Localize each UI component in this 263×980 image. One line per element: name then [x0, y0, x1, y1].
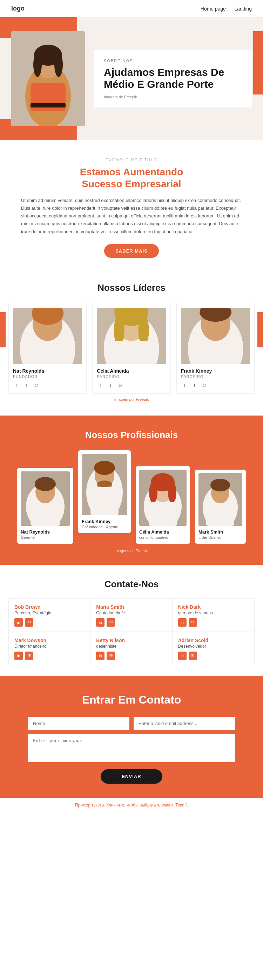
form-name-email-row	[28, 717, 235, 730]
linkedin-icon[interactable]: in	[14, 618, 23, 627]
message-textarea[interactable]	[28, 734, 235, 762]
contact-socials-1: in ✉	[96, 618, 166, 627]
svg-point-48	[211, 479, 230, 492]
instagram-icon[interactable]: ◎	[201, 382, 208, 389]
instagram-icon[interactable]: ◎	[116, 382, 124, 389]
contact-name-2: Nick Dark	[178, 604, 249, 610]
contact-card-0: Bob Brown Parceiro, Estratégia in ✉	[9, 598, 90, 632]
instagram-icon[interactable]: ◎	[33, 382, 40, 389]
contact-socials-2: in ✉	[178, 618, 249, 627]
pro-card-3: Mark Smith Líder Criativo	[195, 469, 246, 544]
hero-section: SOBRE NÓS Ajudamos Empresas De Médio E G…	[0, 17, 263, 140]
twitter-icon[interactable]: t	[23, 382, 30, 389]
pro-role-2: consultor criativo	[139, 535, 187, 539]
svg-rect-14	[26, 341, 69, 364]
contact-card-3: Mark Dowson Diretor financeiro in ✉	[9, 632, 90, 665]
section2-label: EXEMPLO DE TITULO	[21, 158, 242, 162]
saber-mais-button[interactable]: SABER MAIS	[104, 244, 159, 258]
section2-desc: Ut enim ad minim veniam, quis nostrud ex…	[0, 197, 263, 244]
leader-card-0: Nat Reynolds FUNDADOR f t ◎	[8, 302, 87, 394]
contact-card-1: Maria Smith Contador chefe in ✉	[90, 598, 172, 632]
nav-landing[interactable]: Landing	[234, 6, 252, 11]
leader-photo-0	[13, 308, 82, 364]
contact-form-title: Entrar Em Contato	[28, 694, 235, 706]
success-section: EXEMPLO DE TITULO Estamos Aumentando Suc…	[0, 140, 263, 258]
linkedin-icon[interactable]: in	[96, 618, 105, 627]
leader-socials-2: f t ◎	[181, 382, 250, 389]
submit-button[interactable]: ENVIAR	[101, 769, 162, 784]
pro-role-0: Gerente	[21, 535, 70, 539]
email-input[interactable]	[134, 717, 235, 730]
contact-name-0: Bob Brown	[14, 604, 84, 610]
contact-list-section: Contate-Nos Bob Brown Parceiro, Estratég…	[0, 565, 263, 676]
email-icon[interactable]: ✉	[189, 652, 197, 660]
pro-card-0: Nat Reynolds Gerente	[17, 468, 73, 544]
email-icon[interactable]: ✉	[25, 652, 33, 660]
linkedin-icon[interactable]: in	[14, 652, 23, 660]
leader-card-2: Frank Kinney PARCEIRO f t ◎	[176, 302, 255, 394]
svg-rect-44	[149, 502, 177, 526]
facebook-icon[interactable]: f	[97, 382, 105, 389]
twitter-icon[interactable]: t	[106, 382, 114, 389]
pro-card-1: Frank Kinney Cofundador + Agente	[78, 450, 131, 533]
leaders-grid: Nat Reynolds FUNDADOR f t ◎	[8, 302, 255, 394]
leader-name-1: Célia Almeida	[97, 368, 166, 374]
svg-point-4	[33, 52, 42, 77]
contact-role-1: Contador chefe	[96, 611, 166, 616]
hero-person-photo	[11, 31, 85, 126]
contact-name-3: Mark Dowson	[14, 638, 84, 643]
svg-point-42	[149, 482, 157, 503]
contact-role-4: desenhiste	[96, 644, 166, 649]
hero-title: Ajudamos Empresas De Médio E Grande Port…	[104, 67, 242, 91]
linkedin-icon[interactable]: in	[178, 618, 187, 627]
name-input[interactable]	[28, 717, 129, 730]
hero-image-wrap	[11, 31, 89, 126]
section2-title: Estamos Aumentando Sucesso Empresarial	[21, 166, 242, 190]
pro-role-3: Líder Criativo	[198, 535, 242, 539]
leaders-right-accent	[257, 312, 263, 347]
email-icon[interactable]: ✉	[106, 618, 115, 627]
twitter-icon[interactable]: t	[191, 382, 198, 389]
professionals-title: Nossos Profissionais	[8, 430, 255, 441]
professionals-section: Nossos Profissionais Nat Reynolds Gerent…	[0, 415, 263, 565]
leaders-image-credit: Imagem por Freepik	[8, 394, 255, 409]
facebook-icon[interactable]: f	[13, 382, 21, 389]
linkedin-icon[interactable]: in	[178, 652, 187, 660]
hero-image-credit: Imagem de Freepik	[104, 95, 242, 99]
leader-photo-1	[97, 308, 166, 364]
leader-socials-0: f t ◎	[13, 382, 82, 389]
email-icon[interactable]: ✉	[189, 618, 197, 627]
logo: logo	[11, 5, 25, 12]
pro-photo-3	[198, 473, 242, 526]
email-icon[interactable]: ✉	[25, 618, 33, 627]
contact-form-section: Entrar Em Contato ENVIAR	[0, 676, 263, 798]
linkedin-icon[interactable]: in	[96, 652, 105, 660]
svg-point-5	[54, 52, 63, 77]
leader-role-1: PARCEIRO	[97, 374, 166, 379]
leader-name-2: Frank Kinney	[181, 368, 250, 374]
svg-rect-21	[110, 341, 152, 364]
pro-name-1: Frank Kinney	[82, 519, 127, 524]
nav-home[interactable]: Home page	[201, 6, 226, 11]
contact-socials-0: in ✉	[14, 618, 84, 627]
svg-rect-9	[30, 103, 66, 108]
hero-label: SOBRE NÓS	[104, 59, 242, 63]
contact-list-title: Contate-Nos	[8, 579, 255, 590]
contact-card-4: Betty Nilson desenhiste in ✉	[90, 632, 172, 665]
facebook-icon[interactable]: f	[181, 382, 189, 389]
leaders-section: Nossos Líderes Nat Reynolds FUNDADOR f t…	[0, 272, 263, 415]
svg-rect-31	[30, 503, 60, 526]
leader-card-1: Célia Almeida PARCEIRO f t ◎	[92, 302, 170, 394]
leader-photo-2	[181, 308, 250, 364]
pro-card-2: Célia Almeida consultor criativo	[136, 466, 190, 544]
svg-rect-49	[206, 504, 234, 526]
svg-point-43	[168, 482, 176, 503]
email-icon[interactable]: ✉	[106, 652, 115, 660]
nav-links: Home page Landing	[201, 6, 252, 11]
pro-role-1: Cofundador + Agente	[82, 525, 127, 529]
professionals-image-credit: Imagens de Freepik	[8, 544, 255, 554]
svg-point-30	[35, 477, 56, 491]
contact-name-4: Betty Nilson	[96, 638, 166, 643]
leader-name-0: Nat Reynolds	[13, 368, 82, 374]
pro-photo-1	[82, 454, 127, 515]
